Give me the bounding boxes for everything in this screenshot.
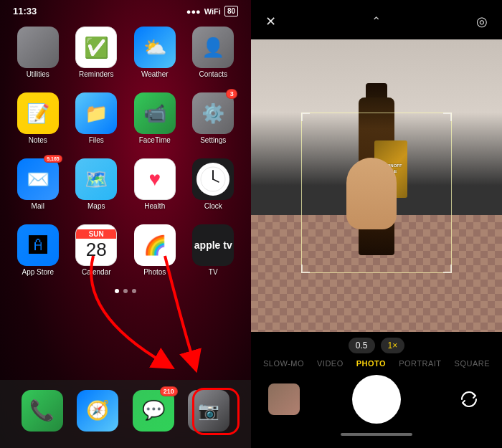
mode-video[interactable]: VIDEO	[317, 359, 344, 368]
app-weather[interactable]: ⛅ Weather	[130, 27, 180, 78]
photos-emoji: 🌈	[143, 234, 166, 257]
mail-emoji: ✉️	[27, 168, 49, 191]
settings-icon[interactable]: ⚙️ 3	[192, 92, 234, 134]
photos-icon[interactable]: 🌈	[134, 224, 176, 266]
status-bar: 11:33 ●●● WiFi 80	[0, 0, 251, 19]
dock-messages[interactable]: 💬 210	[133, 390, 174, 432]
app-settings[interactable]: ⚙️ 3 Settings	[189, 92, 239, 144]
app-label-facetime: FaceTime	[139, 136, 171, 144]
app-health[interactable]: ♥ Health	[130, 158, 180, 210]
safari-emoji: 🧭	[86, 399, 109, 421]
notes-icon[interactable]: 📝	[17, 92, 59, 134]
photo-thumbnail[interactable]	[268, 383, 300, 415]
app-clock[interactable]: Clock	[189, 158, 239, 210]
app-mail[interactable]: ✉️ 9,165 Mail	[13, 158, 63, 210]
app-utilities[interactable]: Utilities	[13, 27, 63, 78]
focus-corner-br	[443, 264, 452, 273]
mode-slow-mo[interactable]: SLOW-MO	[263, 359, 304, 368]
flash-icon[interactable]: ✕	[265, 14, 276, 29]
clock-svg	[199, 166, 227, 193]
phone-emoji: 📞	[29, 399, 55, 422]
app-label-appstore: App Store	[22, 268, 54, 276]
health-emoji: ♥	[148, 168, 161, 191]
mail-badge: 9,165	[44, 155, 62, 163]
zoom-1x-button[interactable]: 1×	[381, 338, 405, 353]
home-indicator	[251, 428, 502, 441]
camera-viewfinder: SMIRNOFF MULE	[251, 39, 502, 332]
zoom-controls: 0.5 1×	[251, 332, 502, 358]
wifi-icon: WiFi	[204, 7, 221, 16]
app-label-reminders: Reminders	[79, 70, 113, 78]
app-files[interactable]: 📁 Files	[72, 92, 122, 144]
home-bar	[341, 433, 412, 436]
reminders-emoji: ✅	[84, 36, 109, 59]
appstore-emoji: 🅰	[29, 234, 47, 257]
app-reminders[interactable]: ✅ Reminders	[72, 27, 122, 78]
tv-logo: apple tv	[194, 239, 232, 251]
app-grid-row4: 🅰 App Store SUN 28 Calendar 🌈 Photos app…	[0, 217, 251, 283]
app-notes[interactable]: 📝 Notes	[13, 92, 63, 144]
shutter-button[interactable]	[352, 375, 401, 424]
calendar-icon[interactable]: SUN 28	[75, 224, 117, 266]
dock-safari[interactable]: 🧭	[77, 390, 118, 432]
app-maps[interactable]: 🗺️ Maps	[72, 158, 122, 210]
settings-emoji: ⚙️	[202, 103, 224, 125]
app-label-tv: TV	[209, 268, 218, 276]
phone-icon[interactable]: 📞	[22, 390, 63, 432]
notes-emoji: 📝	[27, 103, 49, 125]
files-emoji: 📁	[85, 103, 108, 125]
shutter-row	[251, 372, 502, 428]
calendar-date: 28	[86, 239, 107, 261]
iphone-home-screen: 11:33 ●●● WiFi 80 Utilities ✅ Reminders	[0, 0, 251, 448]
app-facetime[interactable]: 📹 FaceTime	[130, 92, 180, 144]
settings-badge: 3	[226, 89, 237, 99]
mode-photo[interactable]: PHOTO	[356, 359, 386, 368]
dock-phone[interactable]: 📞	[22, 390, 63, 432]
page-dots	[0, 289, 251, 293]
app-label-clock: Clock	[204, 202, 222, 210]
app-label-maps: Maps	[87, 202, 105, 210]
app-calendar[interactable]: SUN 28 Calendar	[72, 224, 122, 276]
app-label-calendar: Calendar	[82, 268, 111, 276]
zoom-05-button[interactable]: 0.5	[349, 338, 375, 353]
reminders-icon[interactable]: ✅	[75, 27, 117, 68]
app-photos[interactable]: 🌈 Photos	[130, 224, 180, 276]
chevron-up-icon[interactable]: ⌃	[371, 14, 381, 28]
utilities-icon[interactable]	[17, 27, 59, 68]
contacts-emoji: 👤	[202, 37, 224, 59]
app-label-notes: Notes	[29, 136, 47, 144]
flip-camera-button[interactable]	[453, 383, 485, 415]
app-appstore[interactable]: 🅰 App Store	[13, 224, 63, 276]
live-photo-icon[interactable]: ◎	[476, 14, 488, 29]
messages-icon[interactable]: 💬 210	[133, 390, 174, 432]
dot-2	[123, 289, 128, 293]
mail-icon[interactable]: ✉️ 9,165	[17, 158, 59, 200]
tv-icon[interactable]: apple tv	[192, 224, 234, 266]
files-icon[interactable]: 📁	[75, 92, 117, 134]
mode-portrait[interactable]: PORTRAIT	[399, 359, 441, 368]
maps-emoji: 🗺️	[85, 168, 108, 191]
weather-emoji: ⛅	[143, 37, 166, 59]
maps-icon[interactable]: 🗺️	[75, 158, 117, 200]
app-label-mail: Mail	[32, 202, 44, 210]
app-label-photos: Photos	[143, 268, 166, 276]
clock-icon[interactable]	[192, 158, 234, 200]
status-icons: ●●● WiFi 80	[186, 6, 238, 16]
app-contacts[interactable]: 👤 Contacts	[189, 27, 239, 78]
app-tv[interactable]: apple tv TV	[189, 224, 239, 276]
camera-app: ✕ ⌃ ◎ SMIRNOFF MULE	[251, 0, 502, 448]
focus-corner-bl	[301, 264, 310, 273]
facetime-icon[interactable]: 📹	[134, 92, 176, 134]
mode-square[interactable]: SQUARE	[455, 359, 490, 368]
dot-1	[115, 289, 119, 293]
weather-icon[interactable]: ⛅	[134, 27, 176, 68]
facetime-emoji: 📹	[143, 103, 166, 125]
camera-mode-bar: SLOW-MO VIDEO PHOTO PORTRAIT SQUARE	[251, 358, 502, 372]
appstore-icon[interactable]: 🅰	[17, 224, 59, 266]
app-label-files: Files	[89, 136, 104, 144]
safari-icon[interactable]: 🧭	[77, 390, 118, 432]
contacts-icon[interactable]: 👤	[192, 27, 234, 68]
dot-3	[132, 289, 136, 293]
health-icon[interactable]: ♥	[134, 158, 176, 200]
battery-icon: 80	[224, 6, 238, 16]
